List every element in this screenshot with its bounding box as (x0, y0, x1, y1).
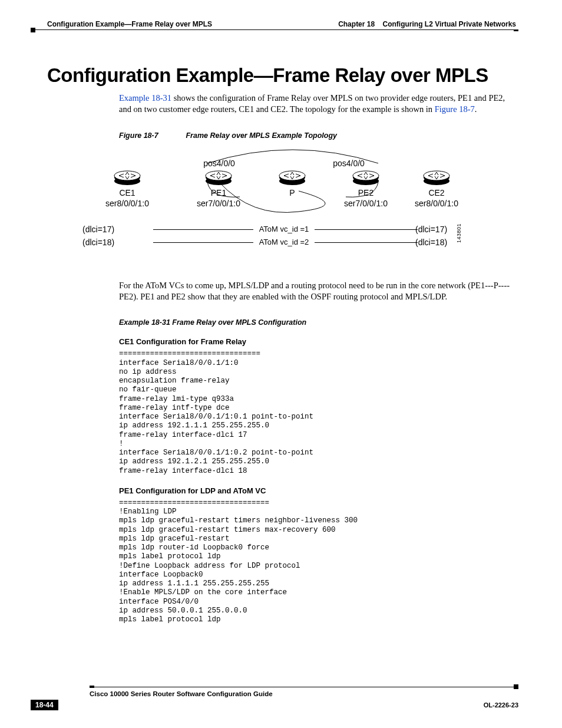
label-pe2-if: ser7/0/0/1:0 (330, 199, 401, 208)
figure-18-7: pos4/0/0 pos4/0/0 C (119, 148, 518, 272)
label-pe1-if: ser7/0/0/1:0 (183, 199, 254, 208)
router-icon-p (278, 169, 306, 186)
link-example-18-31[interactable]: Example 18-31 (119, 93, 171, 103)
router-icon-ce2 (422, 169, 451, 186)
code-block-ce1: ================================ interfa… (119, 350, 518, 476)
label-ce1-if: ser8/0/0/1:0 (92, 199, 163, 208)
header-left: Configuration Example—Frame Relay over M… (31, 20, 212, 28)
running-header: Configuration Example—Frame Relay over M… (31, 20, 518, 28)
subhead-ce1: CE1 Configuration for Frame Relay (119, 337, 518, 346)
figure-number: Figure 18-7 (119, 131, 184, 140)
label-dlci17-left: (dlci=17) (82, 225, 135, 234)
label-pe1: PE1 (183, 188, 254, 197)
hline (153, 229, 253, 230)
label-dlci18-right: (dlci=18) (415, 238, 462, 247)
figure-title: Frame Relay over MPLS Example Topology (186, 131, 337, 140)
header-title: Configuring L2 Virtual Private Networks (383, 20, 517, 28)
label-p: P (257, 188, 328, 197)
figure-id-sideways: 143801 (456, 223, 462, 243)
label-dlci18-left: (dlci=18) (82, 238, 135, 247)
hline (315, 242, 418, 243)
label-ce2: CE2 (401, 188, 472, 197)
footer-doc-number: OL-2226-23 (484, 701, 518, 709)
label-dlci17-right: (dlci=17) (415, 225, 462, 234)
label-pos-b: pos4/0/0 (325, 159, 372, 168)
example-caption: Example 18-31 Frame Relay over MPLS Conf… (119, 318, 518, 327)
header-right: Chapter 18 Configuring L2 Virtual Privat… (338, 20, 518, 28)
footer-page-number: 18-44 (31, 700, 58, 710)
label-pe2: PE2 (330, 188, 401, 197)
header-chapter: Chapter 18 (338, 20, 375, 28)
page-title: Configuration Example—Frame Relay over M… (47, 64, 518, 87)
router-icon-ce1 (113, 169, 141, 186)
hline (315, 229, 418, 230)
label-ce2-if: ser8/0/0/1:0 (401, 199, 472, 208)
hline (153, 242, 253, 243)
figure-caption: Figure 18-7 Frame Relay over MPLS Exampl… (119, 131, 518, 140)
header-rule (31, 29, 518, 30)
label-atom-2: AToM vc_id =2 (252, 238, 316, 246)
label-atom-1: AToM vc_id =1 (252, 225, 316, 233)
intro-paragraph: Example 18-31 shows the configuration of… (119, 93, 518, 115)
label-pos-a: pos4/0/0 (196, 159, 243, 168)
router-icon-pe1 (204, 169, 233, 186)
router-icon-pe2 (352, 169, 380, 186)
subhead-pe1: PE1 Configuration for LDP and AToM VC (119, 486, 518, 495)
label-ce1: CE1 (92, 188, 163, 197)
paragraph-2: For the AToM VCs to come up, MPLS/LDP an… (119, 280, 518, 302)
page-footer: Cisco 10000 Series Router Software Confi… (31, 686, 518, 710)
code-block-pe1: ================================== !Enab… (119, 499, 518, 625)
link-figure-18-7[interactable]: Figure 18-7 (435, 104, 475, 114)
footer-book-title: Cisco 10000 Series Router Software Confi… (90, 690, 518, 697)
